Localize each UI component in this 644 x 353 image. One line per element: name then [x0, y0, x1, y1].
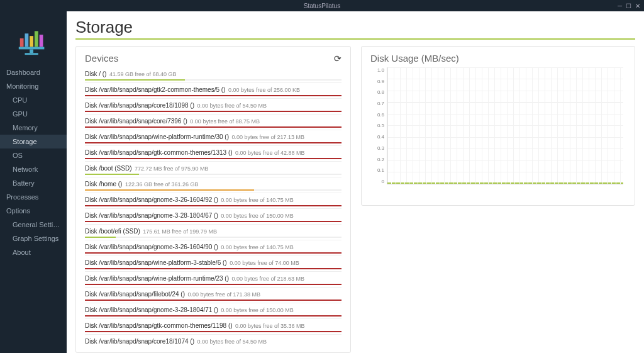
y-tick-label: 0.1	[370, 167, 384, 173]
device-label: Disk /home ()	[85, 181, 122, 188]
device-row: Disk /var/lib/snapd/snap/wine-platform-r…	[85, 130, 341, 145]
devices-card: Devices ⟳ Disk / () 41.59 GB free of 68.…	[75, 46, 351, 353]
device-free-text: 0.00 bytes free of 256.00 KB	[226, 87, 300, 93]
sidebar-item-network[interactable]: Network	[0, 162, 67, 176]
device-usage-bar	[85, 237, 341, 238]
device-label: Disk /var/lib/snapd/snap/core18/1074 ()	[85, 338, 194, 345]
device-row: Disk /boot (SSD) 772.72 MB free of 975.9…	[85, 161, 341, 177]
y-tick-label: 0.3	[370, 145, 384, 151]
device-label: Disk / ()	[85, 70, 106, 77]
device-row: Disk /var/lib/snapd/snap/gnome-3-26-1604…	[85, 193, 341, 208]
device-free-text: 0.00 bytes free of 35.36 MB	[234, 323, 305, 329]
device-free-text: 0.00 bytes free of 150.00 MB	[219, 213, 294, 219]
svg-rect-2	[30, 36, 33, 47]
svg-rect-1	[25, 33, 28, 47]
sidebar-item-monitoring[interactable]: Monitoring	[0, 79, 67, 93]
device-usage-fill	[85, 158, 341, 159]
device-list[interactable]: Disk / () 41.59 GB free of 68.40 GBDisk …	[85, 67, 341, 346]
sidebar-item-dashboard[interactable]: Dashboard	[0, 65, 67, 79]
sidebar-item-battery[interactable]: Battery	[0, 176, 67, 190]
device-row: Disk /var/lib/snapd/snap/wine-platform-r…	[85, 271, 341, 287]
device-row: Disk /var/lib/snapd/snap/wine-platform-3…	[85, 255, 341, 271]
maximize-icon[interactable]: ☐	[626, 3, 631, 9]
device-free-text: 0.00 bytes free of 218.63 MB	[230, 276, 304, 282]
devices-title: Devices	[85, 53, 118, 64]
device-label: Disk /var/lib/snapd/snap/wine-platform-3…	[85, 259, 227, 266]
device-usage-bar	[85, 174, 341, 175]
device-row: Disk /var/lib/snapd/snap/gnome-3-28-1804…	[85, 303, 341, 318]
device-label: Disk /boot/efi (SSD)	[85, 228, 140, 235]
device-usage-fill	[85, 189, 254, 191]
sidebar-item-os[interactable]: OS	[0, 148, 67, 162]
device-usage-fill	[85, 95, 341, 96]
device-usage-bar	[85, 221, 341, 222]
sidebar-item-memory[interactable]: Memory	[0, 121, 67, 135]
chart-title: Disk Usage (MB/sec)	[370, 53, 626, 64]
device-usage-fill	[85, 268, 341, 269]
device-free-text: 0.00 bytes free of 140.75 MB	[219, 244, 294, 250]
device-row: Disk /var/lib/snapd/snap/gnome-3-26-1604…	[85, 240, 341, 255]
chart-card: Disk Usage (MB/sec) 1.00.90.80.70.60.50.…	[361, 46, 635, 206]
device-label: Disk /var/lib/snapd/snap/gnome-3-28-1804…	[85, 212, 218, 219]
device-usage-bar	[85, 111, 341, 112]
device-usage-fill	[85, 205, 341, 206]
window-title: StatusPilatus	[304, 3, 340, 9]
sidebar-item-general-settings[interactable]: General Settings	[0, 218, 67, 232]
device-usage-bar	[85, 315, 341, 317]
y-tick-label: 0.5	[370, 123, 384, 128]
device-free-text: 0.00 bytes free of 42.88 MB	[234, 150, 305, 156]
close-icon[interactable]: ✕	[635, 3, 640, 9]
device-label: Disk /var/lib/snapd/snap/core18/1098 ()	[85, 102, 194, 109]
device-free-text: 0.00 bytes free of 88.75 MB	[189, 118, 260, 125]
refresh-button[interactable]: ⟳	[334, 53, 341, 64]
device-row: Disk /var/lib/snapd/snap/core/7396 () 0.…	[85, 114, 341, 130]
svg-rect-7	[25, 53, 38, 55]
main-content: Storage Devices ⟳ Disk / () 41.59 GB fre…	[67, 11, 644, 353]
device-row: Disk /var/lib/snapd/snap/gtk-common-them…	[85, 145, 341, 161]
y-tick-label: 0.9	[370, 79, 384, 84]
page-title: Storage	[75, 18, 635, 37]
device-usage-fill	[85, 79, 185, 81]
sidebar-item-about[interactable]: About	[0, 245, 67, 259]
device-usage-bar	[85, 300, 341, 301]
device-usage-fill	[85, 221, 341, 222]
sidebar-item-gpu[interactable]: GPU	[0, 107, 67, 121]
refresh-icon: ⟳	[334, 53, 341, 64]
y-tick-label: 0.8	[370, 89, 384, 95]
device-free-text: 0.00 bytes free of 140.75 MB	[219, 197, 294, 203]
device-usage-bar	[85, 284, 341, 285]
sidebar: Dashboard Monitoring CPU GPU Memory Stor…	[0, 11, 67, 353]
device-label: Disk /boot (SSD)	[85, 165, 131, 172]
device-free-text: 772.72 MB free of 975.90 MB	[133, 165, 208, 172]
device-usage-bar	[85, 205, 341, 206]
minimize-icon[interactable]: ─	[618, 3, 622, 9]
device-row: Disk /var/lib/snapd/snap/gnome-3-28-1804…	[85, 208, 341, 224]
device-free-text: 0.00 bytes free of 217.13 MB	[230, 134, 304, 140]
device-usage-fill	[85, 237, 116, 238]
device-row: Disk /var/lib/snapd/snap/filebot/24 () 0…	[85, 287, 341, 303]
sidebar-item-graph-settings[interactable]: Graph Settings	[0, 232, 67, 245]
svg-rect-6	[30, 49, 33, 53]
y-tick-label: 0.4	[370, 134, 384, 140]
sidebar-item-options[interactable]: Options	[0, 204, 67, 218]
device-free-text: 0.00 bytes free of 54.50 MB	[196, 103, 267, 109]
y-tick-label: 0.6	[370, 112, 384, 118]
device-usage-fill	[85, 174, 139, 175]
device-usage-bar	[85, 79, 341, 81]
device-usage-bar	[85, 95, 341, 96]
window-titlebar: StatusPilatus ─ ☐ ✕	[0, 0, 644, 11]
sidebar-item-cpu[interactable]: CPU	[0, 93, 67, 107]
title-separator	[75, 38, 635, 40]
device-usage-fill	[85, 142, 341, 143]
device-label: Disk /var/lib/snapd/snap/wine-platform-r…	[85, 133, 229, 140]
device-usage-fill	[85, 315, 341, 317]
chart-series-line	[387, 182, 623, 184]
device-usage-fill	[85, 111, 341, 112]
sidebar-item-storage[interactable]: Storage	[0, 135, 67, 148]
chart-area: 1.00.90.80.70.60.50.40.30.20.10	[370, 67, 626, 193]
svg-rect-0	[20, 38, 24, 47]
sidebar-item-processes[interactable]: Processes	[0, 190, 67, 204]
y-tick-label: 0.2	[370, 157, 384, 162]
y-tick-label: 1.0	[370, 67, 384, 73]
device-label: Disk /var/lib/snapd/snap/gtk-common-them…	[85, 322, 233, 329]
